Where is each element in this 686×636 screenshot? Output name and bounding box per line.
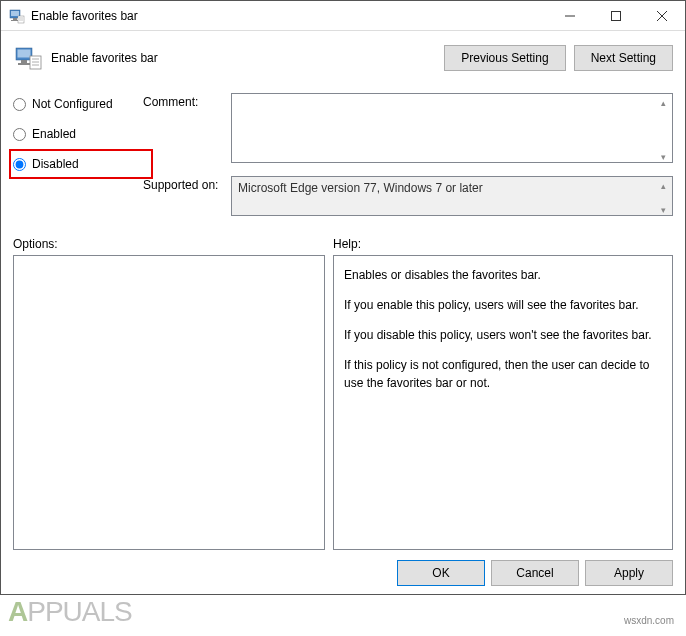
help-label: Help: xyxy=(333,237,361,251)
help-text: If you enable this policy, users will se… xyxy=(344,296,662,314)
radio-not-configured-input[interactable] xyxy=(13,98,26,111)
footer-buttons: OK Cancel Apply xyxy=(13,550,673,586)
policy-icon xyxy=(9,8,25,24)
cancel-button[interactable]: Cancel xyxy=(491,560,579,586)
radio-enabled[interactable]: Enabled xyxy=(13,125,143,143)
help-panel[interactable]: Enables or disables the favorites bar. I… xyxy=(333,255,673,550)
next-setting-button[interactable]: Next Setting xyxy=(574,45,673,71)
radio-not-configured[interactable]: Not Configured xyxy=(13,95,143,113)
comment-row: Comment: ▴ ▾ xyxy=(143,93,673,166)
radio-disabled[interactable]: Disabled xyxy=(13,155,143,173)
help-text: If this policy is not configured, then t… xyxy=(344,356,662,392)
window-title: Enable favorites bar xyxy=(31,9,547,23)
maximize-button[interactable] xyxy=(593,1,639,30)
policy-header-icon xyxy=(13,44,45,72)
help-text: Enables or disables the favorites bar. xyxy=(344,266,662,284)
radio-disabled-input[interactable] xyxy=(13,158,26,171)
state-radio-group: Not Configured Enabled Disabled xyxy=(13,93,143,219)
apply-button[interactable]: Apply xyxy=(585,560,673,586)
svg-rect-12 xyxy=(18,50,31,58)
svg-rect-1 xyxy=(11,11,19,16)
window-controls xyxy=(547,1,685,30)
supported-label: Supported on: xyxy=(143,176,231,192)
watermark-text: wsxdn.com xyxy=(624,615,674,626)
supported-on-box xyxy=(231,176,673,216)
svg-rect-4 xyxy=(18,16,24,23)
comment-input[interactable] xyxy=(231,93,673,163)
radio-not-configured-label: Not Configured xyxy=(32,97,113,111)
panel-labels: Options: Help: xyxy=(13,237,673,251)
ok-button[interactable]: OK xyxy=(397,560,485,586)
highlight-box: Disabled xyxy=(9,149,153,179)
options-panel[interactable] xyxy=(13,255,325,550)
previous-setting-button[interactable]: Previous Setting xyxy=(444,45,565,71)
supported-row: Supported on: ▴ ▾ xyxy=(143,176,673,219)
svg-rect-13 xyxy=(21,60,27,63)
close-button[interactable] xyxy=(639,1,685,30)
dialog-window: Enable favorites bar xyxy=(0,0,686,595)
content-area: Enable favorites bar Previous Setting Ne… xyxy=(1,31,685,594)
options-label: Options: xyxy=(13,237,333,251)
brand-logo: APPUALS xyxy=(8,596,132,628)
titlebar: Enable favorites bar xyxy=(1,1,685,31)
radio-disabled-label: Disabled xyxy=(32,157,79,171)
svg-rect-15 xyxy=(30,56,41,69)
panels-row: Enables or disables the favorites bar. I… xyxy=(13,255,673,550)
svg-rect-14 xyxy=(18,63,30,65)
comment-label: Comment: xyxy=(143,93,231,109)
header-row: Enable favorites bar Previous Setting Ne… xyxy=(13,41,673,75)
svg-rect-8 xyxy=(612,11,621,20)
radio-enabled-input[interactable] xyxy=(13,128,26,141)
minimize-button[interactable] xyxy=(547,1,593,30)
policy-name: Enable favorites bar xyxy=(51,51,444,65)
fields-column: Comment: ▴ ▾ Supported on: ▴ xyxy=(143,93,673,219)
radio-enabled-label: Enabled xyxy=(32,127,76,141)
nav-buttons: Previous Setting Next Setting xyxy=(444,45,673,71)
svg-rect-2 xyxy=(13,18,17,20)
help-text: If you disable this policy, users won't … xyxy=(344,326,662,344)
settings-row: Not Configured Enabled Disabled Comment: xyxy=(13,93,673,219)
